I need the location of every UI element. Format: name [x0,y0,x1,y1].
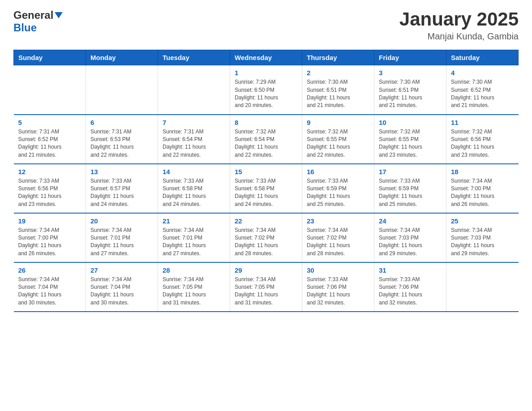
day-info: Sunrise: 7:33 AM Sunset: 6:57 PM Dayligh… [90,177,153,209]
day-info: Sunrise: 7:33 AM Sunset: 6:58 PM Dayligh… [235,177,297,209]
day-number: 5 [18,119,82,126]
day-info: Sunrise: 7:32 AM Sunset: 6:55 PM Dayligh… [379,128,442,159]
day-number: 1 [235,69,297,77]
day-info: Sunrise: 7:31 AM Sunset: 6:54 PM Dayligh… [163,128,225,159]
day-header-tuesday: Tuesday [158,50,230,65]
day-number: 9 [307,119,369,126]
day-info: Sunrise: 7:34 AM Sunset: 7:03 PM Dayligh… [379,227,442,258]
day-number: 18 [451,168,514,176]
title-block: January 2025 Manjai Kunda, Gambia [399,9,519,42]
day-info: Sunrise: 7:34 AM Sunset: 7:01 PM Dayligh… [163,227,225,258]
day-info: Sunrise: 7:30 AM Sunset: 6:52 PM Dayligh… [451,78,514,110]
calendar-week-4: 19Sunrise: 7:34 AM Sunset: 7:00 PM Dayli… [14,213,519,262]
day-number: 21 [163,217,225,225]
day-info: Sunrise: 7:33 AM Sunset: 6:56 PM Dayligh… [18,177,82,209]
day-header-monday: Monday [86,50,158,65]
calendar-week-3: 12Sunrise: 7:33 AM Sunset: 6:56 PM Dayli… [14,164,519,213]
day-number: 8 [235,119,297,126]
day-info: Sunrise: 7:32 AM Sunset: 6:55 PM Dayligh… [307,128,369,159]
calendar-cell: 7Sunrise: 7:31 AM Sunset: 6:54 PM Daylig… [158,115,230,164]
logo-general: General [13,9,53,21]
day-info: Sunrise: 7:33 AM Sunset: 7:06 PM Dayligh… [379,276,442,307]
calendar-cell: 10Sunrise: 7:32 AM Sunset: 6:55 PM Dayli… [374,115,446,164]
day-info: Sunrise: 7:32 AM Sunset: 6:54 PM Dayligh… [235,128,297,159]
day-info: Sunrise: 7:30 AM Sunset: 6:51 PM Dayligh… [379,78,442,110]
day-info: Sunrise: 7:33 AM Sunset: 6:59 PM Dayligh… [307,177,369,209]
calendar-cell: 5Sunrise: 7:31 AM Sunset: 6:52 PM Daylig… [14,115,86,164]
calendar-week-1: 1Sunrise: 7:29 AM Sunset: 6:50 PM Daylig… [14,65,519,115]
calendar-cell [158,65,230,115]
day-number: 26 [18,266,82,274]
day-header-wednesday: Wednesday [230,50,302,65]
day-number: 12 [18,168,82,176]
day-number: 27 [90,266,153,274]
calendar-cell: 19Sunrise: 7:34 AM Sunset: 7:00 PM Dayli… [14,213,86,262]
calendar-cell: 9Sunrise: 7:32 AM Sunset: 6:55 PM Daylig… [302,115,374,164]
calendar-cell: 11Sunrise: 7:32 AM Sunset: 6:56 PM Dayli… [446,115,519,164]
day-info: Sunrise: 7:31 AM Sunset: 6:52 PM Dayligh… [18,128,82,159]
day-info: Sunrise: 7:30 AM Sunset: 6:51 PM Dayligh… [307,78,369,110]
calendar-cell: 18Sunrise: 7:34 AM Sunset: 7:00 PM Dayli… [446,164,519,213]
calendar-cell: 16Sunrise: 7:33 AM Sunset: 6:59 PM Dayli… [302,164,374,213]
day-number: 7 [163,119,225,126]
day-number: 13 [90,168,153,176]
calendar-cell: 24Sunrise: 7:34 AM Sunset: 7:03 PM Dayli… [374,213,446,262]
day-number: 20 [90,217,153,225]
day-header-thursday: Thursday [302,50,374,65]
day-info: Sunrise: 7:34 AM Sunset: 7:00 PM Dayligh… [451,177,514,209]
logo-text: General Blue [13,9,63,34]
day-number: 16 [307,168,369,176]
calendar-subtitle: Manjai Kunda, Gambia [399,31,519,42]
day-header-sunday: Sunday [14,50,86,65]
day-number: 22 [235,217,297,225]
day-info: Sunrise: 7:33 AM Sunset: 7:06 PM Dayligh… [307,276,369,307]
calendar-cell: 21Sunrise: 7:34 AM Sunset: 7:01 PM Dayli… [158,213,230,262]
calendar-cell: 22Sunrise: 7:34 AM Sunset: 7:02 PM Dayli… [230,213,302,262]
day-number: 11 [451,119,514,126]
calendar-cell: 17Sunrise: 7:33 AM Sunset: 6:59 PM Dayli… [374,164,446,213]
day-info: Sunrise: 7:34 AM Sunset: 7:05 PM Dayligh… [163,276,225,307]
calendar-cell: 29Sunrise: 7:34 AM Sunset: 7:05 PM Dayli… [230,262,302,312]
calendar-cell: 6Sunrise: 7:31 AM Sunset: 6:53 PM Daylig… [86,115,158,164]
day-number: 15 [235,168,297,176]
day-info: Sunrise: 7:33 AM Sunset: 6:58 PM Dayligh… [163,177,225,209]
calendar-cell: 23Sunrise: 7:34 AM Sunset: 7:02 PM Dayli… [302,213,374,262]
day-info: Sunrise: 7:34 AM Sunset: 7:01 PM Dayligh… [90,227,153,258]
day-info: Sunrise: 7:34 AM Sunset: 7:00 PM Dayligh… [18,227,82,258]
calendar-week-5: 26Sunrise: 7:34 AM Sunset: 7:04 PM Dayli… [14,262,519,312]
calendar-cell: 12Sunrise: 7:33 AM Sunset: 6:56 PM Dayli… [14,164,86,213]
calendar-cell [86,65,158,115]
day-number: 30 [307,266,369,274]
calendar-header-row: SundayMondayTuesdayWednesdayThursdayFrid… [14,50,519,65]
day-number: 28 [163,266,225,274]
calendar-cell: 14Sunrise: 7:33 AM Sunset: 6:58 PM Dayli… [158,164,230,213]
day-info: Sunrise: 7:34 AM Sunset: 7:04 PM Dayligh… [18,276,82,307]
calendar-cell: 15Sunrise: 7:33 AM Sunset: 6:58 PM Dayli… [230,164,302,213]
calendar-cell: 27Sunrise: 7:34 AM Sunset: 7:04 PM Dayli… [86,262,158,312]
calendar-title: January 2025 [399,9,519,30]
day-info: Sunrise: 7:34 AM Sunset: 7:04 PM Dayligh… [90,276,153,307]
calendar-cell: 13Sunrise: 7:33 AM Sunset: 6:57 PM Dayli… [86,164,158,213]
logo: General Blue [13,9,63,34]
day-number: 31 [379,266,442,274]
calendar-week-2: 5Sunrise: 7:31 AM Sunset: 6:52 PM Daylig… [14,115,519,164]
day-header-friday: Friday [374,50,446,65]
day-info: Sunrise: 7:34 AM Sunset: 7:02 PM Dayligh… [307,227,369,258]
day-info: Sunrise: 7:34 AM Sunset: 7:02 PM Dayligh… [235,227,297,258]
day-number: 25 [451,217,514,225]
day-number: 23 [307,217,369,225]
day-number: 4 [451,69,514,77]
day-number: 14 [163,168,225,176]
calendar-cell: 2Sunrise: 7:30 AM Sunset: 6:51 PM Daylig… [302,65,374,115]
page-header: General Blue January 2025 Manjai Kunda, … [13,9,519,42]
day-info: Sunrise: 7:33 AM Sunset: 6:59 PM Dayligh… [379,177,442,209]
day-number: 2 [307,69,369,77]
calendar-cell: 4Sunrise: 7:30 AM Sunset: 6:52 PM Daylig… [446,65,519,115]
day-info: Sunrise: 7:29 AM Sunset: 6:50 PM Dayligh… [235,78,297,110]
day-info: Sunrise: 7:31 AM Sunset: 6:53 PM Dayligh… [90,128,153,159]
day-info: Sunrise: 7:32 AM Sunset: 6:56 PM Dayligh… [451,128,514,159]
calendar-cell: 30Sunrise: 7:33 AM Sunset: 7:06 PM Dayli… [302,262,374,312]
day-header-saturday: Saturday [446,50,519,65]
logo-arrow-icon [55,12,63,18]
logo-blue: Blue [13,21,37,34]
